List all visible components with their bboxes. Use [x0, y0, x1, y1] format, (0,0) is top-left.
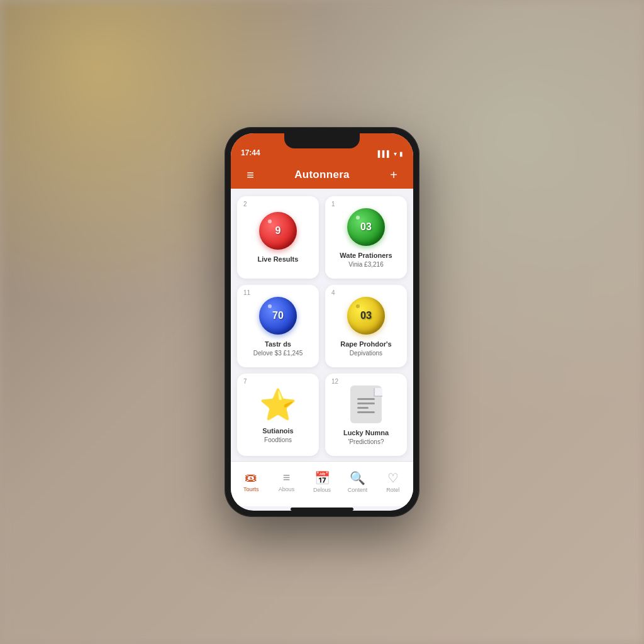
content-icon: 🔍 [350, 470, 365, 486]
document-icon [350, 386, 382, 423]
card-live-results[interactable]: 2 9 Live Results [237, 196, 319, 279]
main-grid: 2 9 Live Results 1 03 Wate Prationers [231, 189, 413, 461]
card-label-6: Lucky Numna [343, 428, 389, 437]
card-number-2: 1 [331, 201, 335, 208]
star-icon: ⭐ [259, 387, 297, 423]
nav-rotel[interactable]: ♡ Rotel [375, 470, 411, 493]
phone-screen: 17:44 ▌▌▌ ▾ ▮ ≡ Autonnera + 2 [231, 133, 413, 511]
card-number-5: 7 [243, 378, 247, 385]
phone-notch [284, 133, 360, 148]
ball-yellow: 03 [347, 297, 385, 335]
nav-label-tourts: Tourts [243, 486, 259, 492]
nav-label-content: Content [348, 487, 368, 493]
card-number-6: 12 [331, 378, 338, 385]
wifi-icon: ▾ [394, 150, 397, 157]
card-sublabel-2: Vinia £3,216 [348, 261, 383, 268]
card-sublabel-5: Foodtions [264, 436, 292, 443]
card-wate-prationers[interactable]: 1 03 Wate Prationers Vinia £3,216 [325, 196, 407, 279]
nav-content[interactable]: 🔍 Content [340, 470, 375, 493]
card-sublabel-3: Delove $3 £1,245 [253, 350, 303, 357]
phone-frame: 17:44 ▌▌▌ ▾ ▮ ≡ Autonnera + 2 [225, 127, 419, 517]
card-rape-prohdor[interactable]: 4 03 Rape Prohdor's Depivations [325, 285, 407, 367]
nav-tourts[interactable]: 🎟 Tourts [233, 470, 269, 492]
card-sublabel-4: Depivations [350, 350, 382, 357]
bottom-nav: 🎟 Tourts ≡ Abous 📅 Delous 🔍 Content ♡ [231, 461, 413, 506]
tourts-icon: 🎟 [245, 470, 257, 485]
app-title: Autonnera [294, 169, 350, 181]
about-icon: ≡ [283, 470, 291, 485]
nav-label-rotel: Rotel [386, 487, 399, 493]
card-label-3: Tastr ds [265, 340, 291, 348]
menu-icon[interactable]: ≡ [241, 165, 260, 184]
nav-delous[interactable]: 📅 Delous [304, 470, 340, 493]
card-label-2: Wate Prationers [340, 251, 392, 260]
card-lucky-numna[interactable]: 12 Lucky Numna 'Predictions? [325, 374, 407, 456]
card-number-4: 4 [331, 289, 335, 296]
card-sublabel-6: 'Predictions? [348, 438, 384, 445]
nav-label-about: Abous [279, 486, 295, 492]
battery-icon: ▮ [399, 150, 403, 157]
card-sutianois[interactable]: 7 ⭐ Sutianois Foodtions [237, 374, 319, 456]
card-tastr[interactable]: 11 70 Tastr ds Delove $3 £1,245 [237, 285, 319, 367]
nav-about[interactable]: ≡ Abous [269, 470, 304, 492]
status-time: 17:44 [241, 148, 260, 157]
ball-green: 03 [347, 208, 385, 246]
ball-blue: 70 [259, 297, 297, 335]
add-button[interactable]: + [384, 165, 403, 184]
phone-in-hand: 17:44 ▌▌▌ ▾ ▮ ≡ Autonnera + 2 [225, 127, 419, 517]
card-label-1: Live Results [258, 255, 299, 264]
rotel-icon: ♡ [387, 470, 399, 486]
top-bar: ≡ Autonnera + [231, 161, 413, 189]
delous-icon: 📅 [314, 470, 330, 486]
card-label-4: Rape Prohdor's [340, 340, 391, 348]
card-number-3: 11 [243, 289, 250, 296]
home-indicator [291, 508, 353, 511]
card-label-5: Sutianois [262, 426, 294, 435]
ball-red: 9 [259, 212, 297, 250]
card-number-1: 2 [243, 201, 247, 208]
status-icons: ▌▌▌ ▾ ▮ [378, 150, 403, 157]
nav-label-delous: Delous [313, 487, 331, 493]
signal-icon: ▌▌▌ [378, 150, 391, 157]
